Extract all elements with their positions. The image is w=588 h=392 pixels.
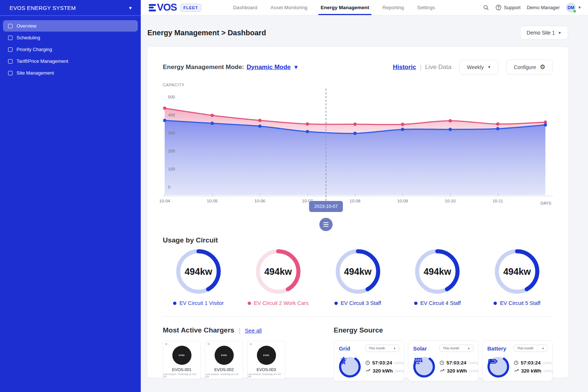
charger-name: EVOS-001	[172, 367, 191, 372]
user-menu[interactable]: DM ▼	[566, 3, 581, 12]
tab-asset-monitoring[interactable]: Asset Monitoring	[270, 0, 308, 15]
checkbox-icon	[8, 71, 12, 75]
chevron-down-icon: ▼	[578, 6, 581, 10]
header-separator: |	[239, 327, 241, 334]
chevron-down-icon: ▼	[467, 347, 470, 350]
gear-icon: ⚙	[540, 64, 545, 70]
evos-logo[interactable]: VOS	[149, 3, 177, 12]
topbar-right: Support Demo Manager DM ▼	[483, 3, 581, 12]
energy-kwh-value: 320 kWh	[447, 368, 467, 374]
circuit-label: EV Circuit 4 Staff	[420, 300, 461, 306]
x-axis-line	[163, 196, 553, 196]
site-selector[interactable]: Demo Site 1 ▼	[520, 26, 568, 40]
y-tick-label: 200	[168, 149, 175, 153]
section-divider	[163, 316, 553, 317]
circuit-donut-5: 494kwEV Circuit 5 Staff	[484, 248, 550, 306]
charger-last-session: Last session: Yesterday at 4:24 PM	[205, 373, 243, 378]
circuit-donut-4: 494kwEV Circuit 4 Staff	[405, 248, 470, 306]
energy-kwh-percent: (24%)	[395, 369, 404, 373]
uptime-value: 57:03:24	[447, 360, 466, 366]
chevron-down-icon: ▼	[558, 31, 562, 35]
x-tick	[355, 194, 355, 196]
question-circle-icon	[495, 4, 502, 11]
tab-reporting[interactable]: Reporting	[383, 0, 404, 15]
chevron-down-icon[interactable]: ▼	[293, 64, 299, 70]
energy-period-select[interactable]: This month▼	[440, 345, 473, 352]
evos-logo-text: VOS	[157, 3, 177, 12]
charger-photo: EVOS	[172, 346, 191, 365]
site-selector-label: Demo Site 1	[527, 30, 555, 36]
support-button[interactable]: Support	[495, 4, 521, 11]
search-icon[interactable]	[483, 4, 489, 11]
energy-card-grid: GridThis month▼57:03:24(24%)320 kWh(24%)	[334, 340, 404, 381]
trend-up-icon	[514, 368, 519, 373]
mode-controls: Historic | Live Data Weekly ▼ Configure …	[393, 60, 553, 75]
checkbox-icon	[8, 36, 12, 40]
circuit-donut-3: 494kwEV Circuit 3 Staff	[325, 248, 391, 306]
configure-button[interactable]: Configure ⚙	[506, 60, 553, 75]
y-tick-label: 400	[168, 113, 175, 117]
y-axis-title: CAPACITY	[163, 83, 553, 87]
legend-dot-icon	[248, 302, 251, 305]
sidebar-item-label: Scheduling	[17, 35, 40, 40]
charger-card-evos-001[interactable]: EVOSEVOS-001Last session: Yesterday at 4…	[163, 341, 201, 379]
donut-gauge: 494kw	[414, 248, 461, 295]
org-selector[interactable]: EVOS ENERGY SYSTEM ▼	[0, 0, 141, 15]
x-tick	[308, 194, 308, 196]
marker-dashed-line	[326, 89, 326, 201]
energy-section-title: Energy Source	[334, 326, 553, 334]
mode-dropdown[interactable]: Dynamic Mode	[247, 64, 291, 71]
donut-gauge: 494kw	[334, 248, 381, 295]
historic-tab[interactable]: Historic	[393, 64, 416, 71]
circuit-legend: EV Circuit 2 Work Cars	[248, 300, 309, 306]
tab-dashboard[interactable]: Dashboard	[233, 0, 257, 15]
x-tick	[260, 194, 260, 196]
see-all-link[interactable]: See all	[245, 327, 262, 334]
chevron-down-icon: ▼	[487, 65, 491, 69]
x-tick-label: 10-06	[254, 199, 265, 203]
trend-up-icon	[365, 368, 370, 373]
checkbox-icon	[8, 24, 12, 28]
user-name[interactable]: Demo Manager	[527, 5, 560, 10]
charger-card-evos-003[interactable]: EVOSEVOS-003Last session: Yesterday at 4…	[247, 341, 285, 379]
charger-last-session: Last session: Yesterday at 4:24 PM	[248, 373, 285, 378]
circuit-value: 494kw	[334, 248, 381, 295]
donut-gauge: 494kw	[175, 248, 222, 295]
org-selector-label: EVOS ENERGY SYSTEM	[10, 5, 76, 11]
charger-photo: EVOS	[215, 346, 234, 365]
battery-icon	[487, 356, 509, 378]
circuit-label: EV Circuit 1 Visitor	[179, 300, 224, 306]
period-select[interactable]: Weekly ▼	[459, 60, 498, 75]
energy-kwh-value: 320 kWh	[373, 368, 393, 374]
breadcrumb: Energy Management > Dashboard	[147, 29, 266, 37]
top-navbar: VOS FLEET DashboardAsset MonitoringEnerg…	[141, 0, 588, 15]
top-nav-links: DashboardAsset MonitoringEnergy Manageme…	[233, 0, 435, 15]
support-label: Support	[504, 5, 521, 10]
x-tick-label: 10-04	[159, 199, 170, 203]
charger-card-evos-002[interactable]: EVOSEVOS-002Last session: Yesterday at 4…	[205, 341, 243, 379]
chevron-down-icon: ▼	[393, 347, 396, 350]
tab-energy-management[interactable]: Energy Management	[320, 0, 369, 15]
sidebar-item-overview[interactable]: Overview	[3, 20, 138, 32]
x-tick-label: 10-05	[207, 199, 218, 203]
legend-dot-icon	[173, 302, 176, 305]
energy-period-select[interactable]: This month▼	[514, 345, 548, 352]
energy-period-select[interactable]: This month▼	[365, 345, 399, 352]
live-data-tab[interactable]: Live Data	[425, 64, 452, 71]
circuit-donut-1: 494kwEV Circuit 1 Visitor	[166, 248, 231, 306]
sidebar-item-scheduling[interactable]: Scheduling	[3, 32, 138, 43]
tab-settings[interactable]: Settings	[417, 0, 435, 15]
sidebar-item-priority-charging[interactable]: Priority Charging	[3, 44, 138, 55]
energy-kwh-value: 320 kWh	[521, 368, 541, 374]
charger-name: EVOS-002	[214, 367, 234, 372]
legend-dot-icon	[334, 302, 338, 305]
clock-icon	[440, 360, 444, 365]
evos-logo-e-icon	[149, 4, 156, 11]
trend-up-icon	[440, 368, 445, 373]
legend-dot-icon	[494, 302, 497, 305]
dashboard-card: Energy Management Mode: Dynamic Mode ▼ H…	[147, 47, 568, 378]
sidebar-item-label: Priority Charging	[17, 47, 52, 52]
sidebar-item-tariff-price-management[interactable]: Tariff/Price Management	[3, 55, 138, 67]
sidebar-item-site-management[interactable]: Site Management	[3, 67, 138, 79]
marker-drag-handle[interactable]	[319, 218, 333, 231]
